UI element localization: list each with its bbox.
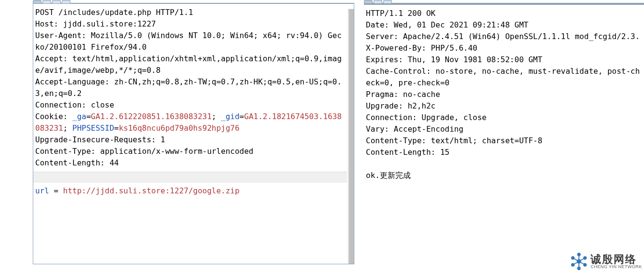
resp-line: Vary: Accept-Encoding xyxy=(366,124,463,134)
req-line: POST /includes/update.php HTTP/1.1 xyxy=(35,8,193,17)
svg-point-4 xyxy=(584,257,586,259)
tab-raw[interactable] xyxy=(33,0,41,3)
req-line: User-Agent: Mozilla/5.0 (Windows NT 10.0… xyxy=(35,31,342,52)
watermark-logo: 诚殷网络 CHENG YIN NETWORK xyxy=(570,253,642,270)
watermark-en: CHENG YIN NETWORK xyxy=(590,265,642,269)
cookie-value: ks16q8ncu6pd79a0hs92hpjg76 xyxy=(119,123,239,133)
resp-line: Content-Length: 15 xyxy=(366,148,449,157)
response-tabs xyxy=(364,0,644,4)
tab-headers[interactable] xyxy=(52,0,61,3)
tab-headers[interactable] xyxy=(374,0,382,3)
tab-raw[interactable] xyxy=(364,0,373,3)
resp-line: Pragma: no-cache xyxy=(366,90,440,99)
resp-line: Expires: Thu, 19 Nov 1981 08:52:00 GMT xyxy=(366,55,542,64)
request-text[interactable]: POST /includes/update.php HTTP/1.1 Host:… xyxy=(33,4,347,172)
tab-hex[interactable] xyxy=(62,0,70,3)
resp-line: Content-Type: text/html; charset=UTF-8 xyxy=(366,136,542,145)
request-panel: POST /includes/update.php HTTP/1.1 Host:… xyxy=(0,0,354,272)
resp-line: Cache-Control: no-store, no-cache, must-… xyxy=(366,67,640,87)
req-line: Host: jjdd.suli.store:1227 xyxy=(35,19,156,28)
svg-point-2 xyxy=(577,253,580,256)
scrollbar[interactable] xyxy=(348,9,354,264)
resp-line: Date: Wed, 01 Dec 2021 09:21:48 GMT xyxy=(366,20,528,29)
req-line: Accept: text/html,application/xhtml+xml,… xyxy=(35,54,342,75)
body-param-key: url xyxy=(35,186,49,195)
svg-point-10 xyxy=(572,264,574,266)
body-param-value: http://jjdd.suli.store:1227/google.zip xyxy=(63,186,240,195)
response-content[interactable]: HTTP/1.1 200 OK Date: Wed, 01 Dec 2021 0… xyxy=(364,4,644,264)
svg-point-8 xyxy=(577,267,580,270)
request-content[interactable]: POST /includes/update.php HTTP/1.1 Host:… xyxy=(33,4,354,264)
svg-point-6 xyxy=(584,264,586,266)
tab-params[interactable] xyxy=(42,0,51,3)
req-line: Upgrade-Insecure-Requests: 1 xyxy=(35,135,165,144)
request-tabs xyxy=(33,0,354,4)
watermark-cn: 诚殷网络 xyxy=(590,254,642,265)
req-line: Connection: close xyxy=(35,100,114,109)
tab-hex[interactable] xyxy=(383,0,392,3)
resp-line: Connection: Upgrade, close xyxy=(366,113,486,122)
req-line: Content-Type: application/x-www-form-url… xyxy=(35,147,254,156)
req-line: Content-Length: 44 xyxy=(35,158,119,167)
cookie-key: _gid xyxy=(221,112,240,121)
resp-line: Server: Apache/2.4.51 (Win64) OpenSSL/1.… xyxy=(366,32,640,41)
resp-line: X-Powered-By: PHP/5.6.40 xyxy=(366,43,477,53)
scrollbar-thumb[interactable] xyxy=(349,9,354,264)
resp-line: Upgrade: h2,h2c xyxy=(366,101,436,110)
network-icon xyxy=(570,253,588,270)
response-text[interactable]: HTTP/1.1 200 OK Date: Wed, 01 Dec 2021 0… xyxy=(364,5,644,184)
cookie-prefix: Cookie: xyxy=(35,112,72,121)
response-panel: HTTP/1.1 200 OK Date: Wed, 01 Dec 2021 0… xyxy=(354,0,644,272)
resp-line: HTTP/1.1 200 OK xyxy=(366,9,436,18)
svg-point-12 xyxy=(572,257,574,259)
request-body[interactable]: url = http://jjdd.suli.store:1227/google… xyxy=(33,182,347,200)
body-separator xyxy=(33,172,347,182)
req-line: Accept-Language: zh-CN,zh;q=0.8,zh-TW;q=… xyxy=(35,77,342,98)
cookie-key: PHPSESSID xyxy=(72,123,114,133)
response-body: ok.更新完成 xyxy=(366,171,411,180)
cookie-value: GA1.2.612220851.1638083231 xyxy=(91,112,212,121)
cookie-key: _ga xyxy=(72,112,86,121)
